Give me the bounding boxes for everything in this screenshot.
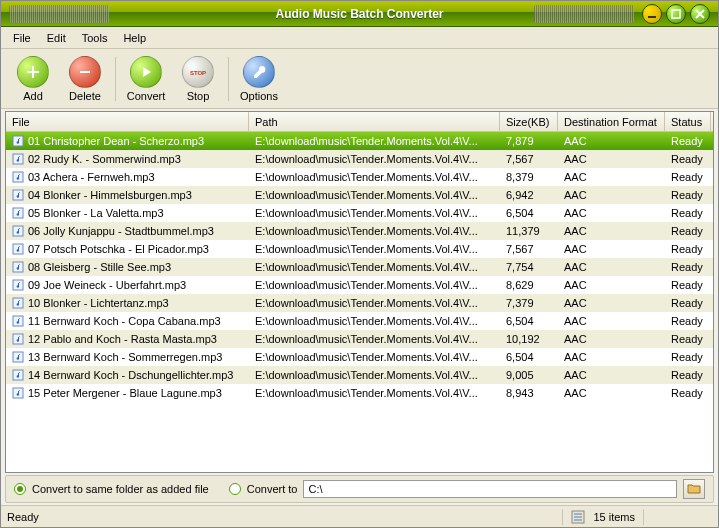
cell-path: E:\download\music\Tender.Moments.Vol.4\V… [249,296,500,310]
cell-file: 07 Potsch Potschka - El Picador.mp3 [6,242,249,256]
cell-status: Ready [665,296,711,310]
cell-dest: AAC [558,134,665,148]
music-file-icon [12,297,24,309]
table-row[interactable]: 01 Christopher Dean - Scherzo.mp3E:\down… [6,132,713,150]
stop-icon: STOP [182,56,214,88]
col-path[interactable]: Path [249,112,500,131]
cell-dest: AAC [558,278,665,292]
music-file-icon [12,369,24,381]
table-row[interactable]: 14 Bernward Koch - Dschungellichter.mp3E… [6,366,713,384]
music-file-icon [12,387,24,399]
maximize-button[interactable] [666,4,686,24]
col-status[interactable]: Status [665,112,711,131]
col-dest[interactable]: Destination Format [558,112,665,131]
table-row[interactable]: 05 Blonker - La Valetta.mp3E:\download\m… [6,204,713,222]
cell-file: 14 Bernward Koch - Dschungellichter.mp3 [6,368,249,382]
close-button[interactable] [690,4,710,24]
items-count: 15 items [593,511,635,523]
cell-dest: AAC [558,332,665,346]
table-row[interactable]: 03 Achera - Fernweh.mp3E:\download\music… [6,168,713,186]
cell-path: E:\download\music\Tender.Moments.Vol.4\V… [249,314,500,328]
table-row[interactable]: 13 Bernward Koch - Sommerregen.mp3E:\dow… [6,348,713,366]
cell-size: 8,379 [500,170,558,184]
cell-path: E:\download\music\Tender.Moments.Vol.4\V… [249,386,500,400]
menu-help[interactable]: Help [115,30,154,46]
cell-status: Ready [665,152,711,166]
col-file[interactable]: File [6,112,249,131]
cell-status: Ready [665,188,711,202]
convert-to-label: Convert to [247,483,298,495]
cell-path: E:\download\music\Tender.Moments.Vol.4\V… [249,188,500,202]
table-row[interactable]: 04 Blonker - Himmelsburgen.mp3E:\downloa… [6,186,713,204]
music-file-icon [12,279,24,291]
output-path-input[interactable] [303,480,677,498]
table-row[interactable]: 15 Peter Mergener - Blaue Lagune.mp3E:\d… [6,384,713,402]
table-row[interactable]: 10 Blonker - Lichtertanz.mp3E:\download\… [6,294,713,312]
cell-dest: AAC [558,260,665,274]
cell-status: Ready [665,332,711,346]
cell-file: 13 Bernward Koch - Sommerregen.mp3 [6,350,249,364]
minimize-button[interactable] [642,4,662,24]
toolbar-separator [115,57,116,101]
menubar: File Edit Tools Help [1,27,718,49]
menu-tools[interactable]: Tools [74,30,116,46]
music-file-icon [12,315,24,327]
delete-button[interactable]: Delete [59,53,111,105]
table-row[interactable]: 06 Jolly Kunjappu - Stadtbummel.mp3E:\do… [6,222,713,240]
cell-size: 7,567 [500,242,558,256]
table-row[interactable]: 07 Potsch Potschka - El Picador.mp3E:\do… [6,240,713,258]
radio-same-folder[interactable] [14,483,26,495]
titlebar-grip-right [534,5,634,23]
cell-status: Ready [665,260,711,274]
cell-file: 15 Peter Mergener - Blaue Lagune.mp3 [6,386,249,400]
cell-status: Ready [665,170,711,184]
cell-file: 01 Christopher Dean - Scherzo.mp3 [6,134,249,148]
titlebar: Audio Music Batch Converter [1,1,718,27]
cell-path: E:\download\music\Tender.Moments.Vol.4\V… [249,332,500,346]
table-row[interactable]: 09 Joe Weineck - Uberfahrt.mp3E:\downloa… [6,276,713,294]
cell-size: 7,879 [500,134,558,148]
cell-status: Ready [665,206,711,220]
folder-icon [687,483,701,495]
cell-dest: AAC [558,242,665,256]
table-header: File Path Size(KB) Destination Format St… [6,112,713,132]
stop-button[interactable]: STOP Stop [172,53,224,105]
wrench-icon [243,56,275,88]
svg-rect-1 [672,10,680,18]
music-file-icon [12,261,24,273]
table-row[interactable]: 02 Rudy K. - Sommerwind.mp3E:\download\m… [6,150,713,168]
cell-dest: AAC [558,296,665,310]
browse-button[interactable] [683,479,705,499]
options-button[interactable]: Options [233,53,285,105]
table-row[interactable]: 08 Gleisberg - Stille See.mp3E:\download… [6,258,713,276]
delete-label: Delete [69,90,101,102]
svg-text:STOP: STOP [190,70,206,76]
output-options: Convert to same folder as added file Con… [5,475,714,503]
convert-button[interactable]: Convert [120,53,172,105]
file-table: File Path Size(KB) Destination Format St… [5,111,714,473]
cell-file: 11 Bernward Koch - Copa Cabana.mp3 [6,314,249,328]
cell-path: E:\download\music\Tender.Moments.Vol.4\V… [249,278,500,292]
same-folder-label: Convert to same folder as added file [32,483,209,495]
stop-label: Stop [187,90,210,102]
cell-file: 03 Achera - Fernweh.mp3 [6,170,249,184]
menu-file[interactable]: File [5,30,39,46]
table-row[interactable]: 11 Bernward Koch - Copa Cabana.mp3E:\dow… [6,312,713,330]
cell-status: Ready [665,386,711,400]
cell-dest: AAC [558,314,665,328]
cell-path: E:\download\music\Tender.Moments.Vol.4\V… [249,350,500,364]
add-button[interactable]: Add [7,53,59,105]
cell-file: 06 Jolly Kunjappu - Stadtbummel.mp3 [6,224,249,238]
col-size[interactable]: Size(KB) [500,112,558,131]
cell-size: 9,005 [500,368,558,382]
radio-convert-to[interactable] [229,483,241,495]
music-file-icon [12,171,24,183]
toolbar-separator [228,57,229,101]
cell-status: Ready [665,278,711,292]
cell-dest: AAC [558,224,665,238]
menu-edit[interactable]: Edit [39,30,74,46]
cell-file: 04 Blonker - Himmelsburgen.mp3 [6,188,249,202]
status-text: Ready [7,511,39,523]
svg-rect-0 [648,16,656,18]
table-row[interactable]: 12 Pablo and Koch - Rasta Masta.mp3E:\do… [6,330,713,348]
